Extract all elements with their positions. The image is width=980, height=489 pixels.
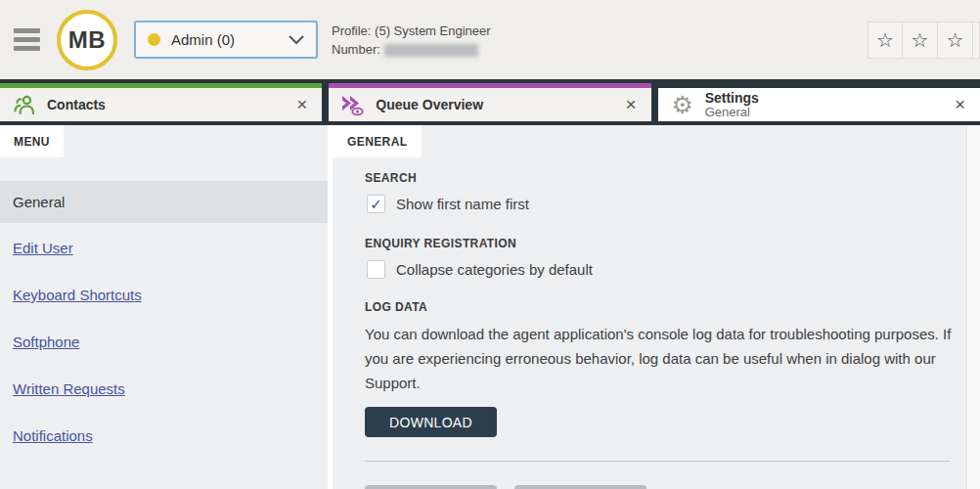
chevron-down-icon xyxy=(289,35,304,45)
sidebar-item-notifications[interactable]: Notifications xyxy=(13,427,93,444)
star-icon[interactable]: ☆ xyxy=(868,22,903,59)
star-icon[interactable]: ☆ xyxy=(938,22,973,59)
reset-button[interactable]: RESET xyxy=(514,485,646,489)
sidebar-item-softphone[interactable]: Softphone xyxy=(13,333,79,350)
presence-status-dropdown[interactable]: Admin (0) xyxy=(134,21,318,59)
close-icon[interactable]: × xyxy=(293,94,310,115)
tab-sublabel: General xyxy=(705,106,759,119)
tab-settings[interactable]: ⚙ Settings General × xyxy=(658,83,980,121)
star-icon[interactable]: ☆ xyxy=(903,22,938,59)
collapse-categories-label[interactable]: Collapse categories by default xyxy=(396,261,593,278)
status-dot-icon xyxy=(148,33,160,46)
sidebar-item-general[interactable]: General xyxy=(0,181,328,223)
tab-label: Queue Overview xyxy=(376,98,483,112)
save-button[interactable]: SAVE xyxy=(365,485,497,489)
sidebar-item-keyboard-shortcuts[interactable]: Keyboard Shortcuts xyxy=(13,287,142,303)
show-first-name-checkbox[interactable]: ✓ xyxy=(367,195,385,213)
tab-label: Contacts xyxy=(47,98,106,112)
contacts-people-icon xyxy=(10,92,39,117)
gear-icon: ⚙ xyxy=(668,93,697,117)
tab-bar: Contacts × Queue Overview × ⚙ Settings G… xyxy=(0,79,980,125)
star-icon[interactable] xyxy=(973,22,980,59)
tab-label: Settings xyxy=(705,91,759,106)
presence-status-label: Admin (0) xyxy=(171,31,289,48)
avatar[interactable]: MB xyxy=(57,10,117,70)
close-icon[interactable]: × xyxy=(952,94,968,115)
scrollbar-track[interactable] xyxy=(966,125,980,489)
tab-queue-overview[interactable]: Queue Overview × xyxy=(329,83,650,121)
subtab-general[interactable]: GENERAL xyxy=(333,125,422,157)
number-label: Number: xyxy=(332,42,380,57)
sidebar-header: MENU xyxy=(0,125,328,157)
menu-header-label: MENU xyxy=(0,125,64,157)
top-bar: MB Admin (0) Profile: (5) System Enginee… xyxy=(0,0,980,79)
general-settings-panel: GENERAL SEARCH ✓ Show first name first E… xyxy=(333,125,980,489)
main-area: MENU General Edit User Keyboard Shortcut… xyxy=(0,125,980,489)
favorite-profile-buttons: ☆ ☆ ☆ xyxy=(868,22,980,59)
search-section-title: SEARCH xyxy=(365,171,980,185)
sidebar-item-edit-user[interactable]: Edit User xyxy=(13,240,73,256)
section-divider xyxy=(365,461,950,462)
profile-info: Profile: (5) System Engineer Number: xyxy=(332,22,491,59)
collapse-categories-checkbox[interactable] xyxy=(367,260,385,279)
enquiry-section-title: ENQUIRY REGISTRATION xyxy=(365,237,980,250)
settings-menu-sidebar: MENU General Edit User Keyboard Shortcut… xyxy=(0,125,328,489)
profile-value: (5) System Engineer xyxy=(375,23,491,38)
show-first-name-label[interactable]: Show first name first xyxy=(396,196,529,212)
sidebar-item-written-requests[interactable]: Written Requests xyxy=(13,380,125,397)
queue-overview-icon xyxy=(338,92,368,117)
hamburger-menu-icon[interactable] xyxy=(14,28,40,51)
download-button[interactable]: DOWNLOAD xyxy=(365,407,497,437)
log-data-description: You can download the agent application's… xyxy=(365,322,952,395)
redacted-number xyxy=(384,44,478,57)
log-data-section-title: LOG DATA xyxy=(365,300,980,314)
checkmark-icon: ✓ xyxy=(370,197,382,211)
content-subtab-row: GENERAL xyxy=(333,125,980,157)
close-icon[interactable]: × xyxy=(623,94,640,115)
profile-label: Profile: xyxy=(332,23,371,38)
tab-contacts[interactable]: Contacts × xyxy=(0,83,322,121)
